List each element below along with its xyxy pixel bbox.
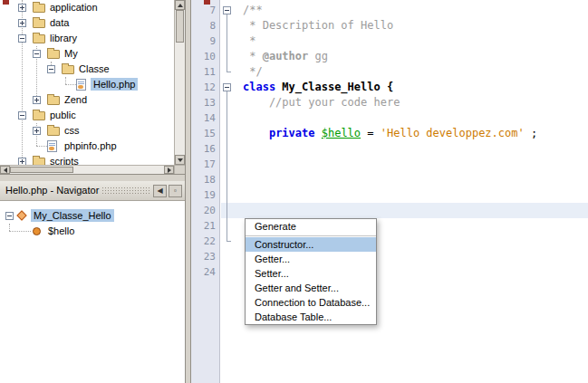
code-line-11[interactable]: 11 */ [191, 64, 588, 80]
scroll-right-button[interactable] [164, 166, 174, 174]
fold-column[interactable] [221, 264, 234, 280]
collapse-handle-icon[interactable] [18, 34, 26, 43]
tree-item-Classe[interactable]: Classe [0, 62, 174, 77]
tree-item-label[interactable]: Hello.php [91, 78, 138, 91]
fold-collapse-icon[interactable] [223, 6, 231, 14]
code-line-7[interactable]: 7/** [191, 3, 588, 18]
fold-column[interactable] [221, 234, 234, 249]
code-line-20[interactable]: 20 [191, 203, 588, 218]
tree-item-application[interactable]: application [0, 0, 174, 15]
code-line-19[interactable]: 19 [191, 187, 588, 203]
tree-item-label[interactable]: application [47, 1, 101, 14]
code-line-10[interactable]: 10 * @author gg [191, 49, 588, 64]
tree-item-My[interactable]: My [0, 46, 174, 62]
collapse-left-button[interactable]: ◀ [153, 185, 167, 197]
fold-column[interactable] [221, 126, 234, 141]
tree-item-Hello.php[interactable]: Hello.php [0, 77, 174, 92]
fold-column[interactable] [221, 249, 234, 264]
tree-item-library[interactable]: library [0, 31, 174, 46]
code-line-15[interactable]: 15 private $hello = 'Hello developpez.co… [191, 126, 588, 141]
menu-item-constructor[interactable]: Constructor... [246, 237, 376, 252]
fold-column[interactable] [221, 18, 234, 34]
tree-item-label[interactable]: My [62, 47, 81, 60]
fold-column[interactable] [221, 80, 234, 95]
collapse-handle-icon[interactable] [47, 65, 55, 73]
menu-item-getter-and-setter[interactable]: Getter and Setter... [246, 281, 376, 295]
code-line-8[interactable]: 8 * Description of Hello [191, 18, 588, 34]
code-text[interactable]: private $hello = 'Hello developpez.com' … [234, 126, 588, 141]
code-text[interactable] [234, 157, 588, 172]
tree-item-phpinfo.php[interactable]: phpinfo.php [0, 139, 174, 154]
code-text[interactable] [234, 110, 588, 126]
code-text[interactable] [234, 141, 588, 157]
horizontal-splitter[interactable] [0, 174, 185, 181]
collapse-handle-icon[interactable] [5, 212, 14, 220]
scrollbar-thumb[interactable] [10, 167, 73, 173]
projects-tree[interactable]: applicationdatalibraryMyClasseHello.phpZ… [0, 0, 174, 165]
tree-horizontal-scrollbar[interactable] [0, 165, 174, 174]
tree-item-label[interactable]: scripts [47, 155, 82, 165]
code-text[interactable] [234, 172, 588, 187]
expand-handle-icon[interactable] [18, 158, 26, 165]
tree-item-label[interactable]: phpinfo.php [62, 139, 120, 152]
fold-column[interactable] [221, 34, 234, 49]
navigator-header[interactable]: Hello.php - Navigator ◀ ▫ [0, 181, 185, 201]
code-line-13[interactable]: 13 //put your code here [191, 95, 588, 110]
tree-item-label[interactable]: public [47, 109, 79, 121]
tree-item-label[interactable]: css [62, 124, 82, 137]
navigator-tree[interactable]: My_Classe_Hello$hello [0, 201, 185, 383]
scrollbar-thumb[interactable] [176, 10, 184, 43]
code-line-18[interactable]: 18 [191, 172, 588, 187]
collapse-handle-icon[interactable] [33, 50, 41, 58]
fold-column[interactable] [221, 187, 234, 203]
menu-item-database-table[interactable]: Database Table... [246, 310, 376, 324]
code-text[interactable] [234, 203, 588, 218]
code-text[interactable]: */ [234, 64, 588, 80]
fold-column[interactable] [221, 64, 234, 80]
tree-item-public[interactable]: public [0, 108, 174, 123]
fold-column[interactable] [221, 95, 234, 110]
menu-item-connection-to-database[interactable]: Connection to Database... [246, 295, 376, 310]
code-editor[interactable]: 7/**8 * Description of Hello9 *10 * @aut… [191, 0, 588, 383]
fold-collapse-icon[interactable] [223, 83, 231, 91]
tree-vertical-scrollbar[interactable] [174, 0, 185, 165]
expand-handle-icon[interactable] [33, 96, 41, 104]
fold-column[interactable] [221, 110, 234, 126]
navigator-item-label[interactable]: My_Classe_Hello [31, 209, 114, 222]
code-line-12[interactable]: 12class My_Classe_Hello { [191, 80, 588, 95]
expand-handle-icon[interactable] [33, 127, 41, 135]
expand-handle-icon[interactable] [18, 4, 26, 12]
drag-texture[interactable] [101, 187, 150, 196]
code-line-9[interactable]: 9 * [191, 34, 588, 49]
code-line-17[interactable]: 17 [191, 157, 588, 172]
code-line-16[interactable]: 16 [191, 141, 588, 157]
fold-column[interactable] [221, 49, 234, 64]
navigator-item-label[interactable]: $hello [45, 225, 77, 237]
minimize-button[interactable]: ▫ [169, 185, 182, 197]
fold-column[interactable] [221, 157, 234, 172]
code-text[interactable]: //put your code here [234, 95, 588, 110]
code-text[interactable]: class My_Classe_Hello { [234, 80, 588, 95]
vertical-splitter[interactable] [185, 0, 191, 383]
fold-column[interactable] [221, 203, 234, 218]
fold-column[interactable] [221, 141, 234, 157]
tree-item-label[interactable]: Classe [76, 62, 112, 75]
expand-handle-icon[interactable] [18, 19, 26, 27]
tree-item-css[interactable]: css [0, 123, 174, 139]
code-text[interactable]: * @author gg [234, 49, 588, 64]
fold-column[interactable] [221, 172, 234, 187]
fold-column[interactable] [221, 218, 234, 234]
tree-item-scripts[interactable]: scripts [0, 154, 174, 165]
fold-column[interactable] [221, 3, 234, 18]
code-text[interactable]: * Description of Hello [234, 18, 588, 34]
code-text[interactable]: /** [234, 3, 588, 18]
scroll-down-button[interactable] [175, 155, 185, 165]
navigator-item-hello[interactable]: $hello [0, 224, 185, 239]
tree-item-label[interactable]: data [47, 16, 72, 29]
code-line-14[interactable]: 14 [191, 110, 588, 126]
menu-item-setter[interactable]: Setter... [246, 266, 376, 281]
code-text[interactable]: * [234, 34, 588, 49]
navigator-item-My_Classe_Hello[interactable]: My_Classe_Hello [0, 208, 185, 224]
code-text[interactable] [234, 187, 588, 203]
tree-item-Zend[interactable]: Zend [0, 92, 174, 108]
